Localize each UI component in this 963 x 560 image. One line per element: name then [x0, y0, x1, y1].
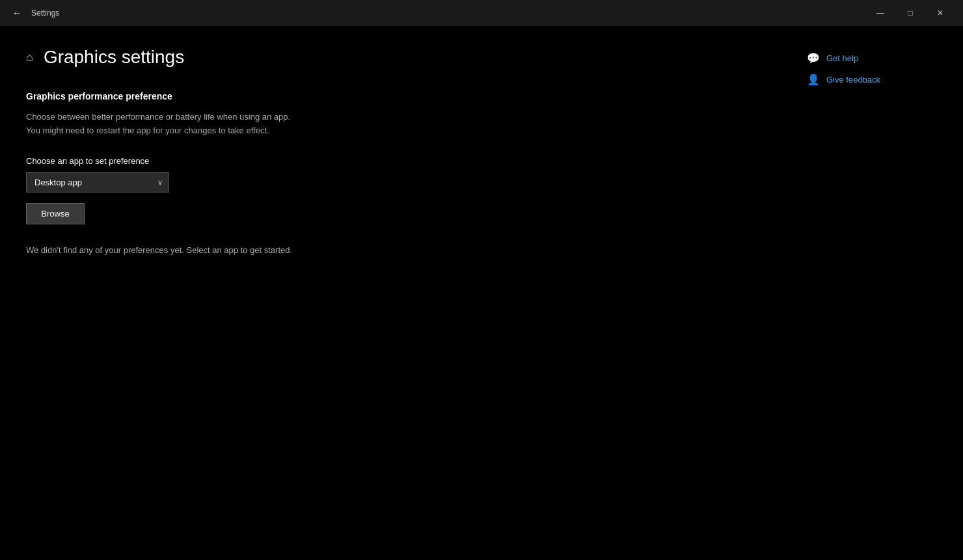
close-icon: ✕: [937, 8, 943, 18]
help-sidebar: 💬 Get help 👤 Give feedback: [807, 47, 937, 539]
titlebar: ← Settings ― □ ✕: [0, 0, 963, 26]
window-controls: ― □ ✕: [865, 0, 955, 26]
description-line1: Choose between better performance or bat…: [26, 111, 807, 124]
home-icon: ⌂: [26, 51, 33, 64]
browse-button[interactable]: Browse: [26, 203, 85, 224]
section-description: Choose between better performance or bat…: [26, 111, 807, 138]
maximize-icon: □: [908, 8, 912, 18]
main-content: ⌂ Graphics settings Graphics performance…: [0, 26, 963, 560]
feedback-icon: 👤: [807, 73, 820, 86]
app-type-dropdown-wrapper: Desktop app Microsoft Store app ∨: [26, 172, 169, 193]
description-line2: You might need to restart the app for yo…: [26, 124, 807, 138]
give-feedback-link[interactable]: 👤 Give feedback: [807, 73, 937, 86]
help-icon: 💬: [807, 52, 820, 64]
minimize-icon: ―: [876, 8, 884, 18]
minimize-button[interactable]: ―: [865, 0, 895, 26]
section-title: Graphics performance preference: [26, 91, 807, 101]
titlebar-title: Settings: [31, 8, 865, 18]
give-feedback-label: Give feedback: [826, 75, 880, 85]
choose-label: Choose an app to set preference: [26, 156, 807, 166]
settings-main: ⌂ Graphics settings Graphics performance…: [26, 47, 807, 539]
get-help-label: Get help: [826, 53, 858, 63]
get-help-link[interactable]: 💬 Get help: [807, 52, 937, 64]
page-header: ⌂ Graphics settings: [26, 47, 807, 68]
maximize-button[interactable]: □: [895, 0, 925, 26]
back-button[interactable]: ←: [8, 4, 26, 22]
empty-state-text: We didn't find any of your preferences y…: [26, 245, 807, 255]
app-type-dropdown[interactable]: Desktop app Microsoft Store app: [26, 172, 169, 193]
close-button[interactable]: ✕: [925, 0, 955, 26]
back-icon: ←: [12, 8, 21, 18]
page-title: Graphics settings: [44, 47, 184, 68]
